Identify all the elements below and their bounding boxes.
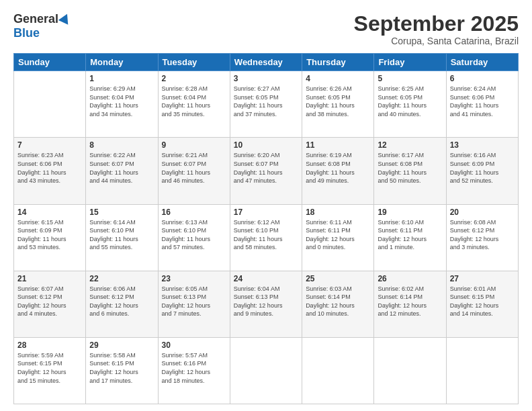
day-info: Sunrise: 6:25 AM Sunset: 6:05 PM Dayligh… (378, 85, 442, 118)
day-number: 13 (450, 140, 515, 150)
calendar-cell: 17Sunrise: 6:12 AM Sunset: 6:10 PM Dayli… (230, 204, 302, 271)
weekday-header-friday: Friday (374, 54, 446, 71)
weekday-header-wednesday: Wednesday (230, 54, 302, 71)
logo-icon (58, 11, 72, 24)
day-number: 25 (306, 274, 370, 283)
day-number: 24 (234, 274, 298, 283)
day-info: Sunrise: 6:27 AM Sunset: 6:05 PM Dayligh… (234, 85, 298, 118)
calendar-cell (14, 71, 86, 138)
day-number: 23 (162, 274, 226, 283)
day-info: Sunrise: 6:17 AM Sunset: 6:08 PM Dayligh… (378, 151, 442, 185)
calendar-cell: 12Sunrise: 6:17 AM Sunset: 6:08 PM Dayli… (374, 138, 446, 204)
calendar-cell: 15Sunrise: 6:14 AM Sunset: 6:10 PM Dayli… (86, 204, 158, 271)
calendar-cell: 13Sunrise: 6:16 AM Sunset: 6:09 PM Dayli… (446, 138, 518, 204)
day-info: Sunrise: 6:15 AM Sunset: 6:09 PM Dayligh… (17, 218, 82, 252)
day-number: 30 (162, 340, 226, 350)
day-number: 7 (17, 140, 82, 150)
calendar-cell (230, 337, 302, 404)
weekday-header-monday: Monday (86, 54, 158, 71)
day-number: 9 (162, 140, 226, 150)
calendar-cell: 23Sunrise: 6:05 AM Sunset: 6:13 PM Dayli… (158, 271, 230, 337)
day-number: 12 (378, 140, 442, 150)
header: General Blue September 2025 Corupa, Sant… (13, 12, 519, 46)
calendar-cell: 18Sunrise: 6:11 AM Sunset: 6:11 PM Dayli… (302, 204, 374, 271)
week-row-3: 14Sunrise: 6:15 AM Sunset: 6:09 PM Dayli… (14, 204, 519, 271)
logo-general-text: General (13, 12, 58, 26)
month-title: September 2025 (354, 12, 519, 36)
calendar-cell: 7Sunrise: 6:23 AM Sunset: 6:06 PM Daylig… (14, 138, 86, 204)
weekday-header-saturday: Saturday (446, 54, 518, 71)
calendar-cell: 3Sunrise: 6:27 AM Sunset: 6:05 PM Daylig… (230, 71, 302, 138)
week-row-4: 21Sunrise: 6:07 AM Sunset: 6:12 PM Dayli… (14, 271, 519, 337)
day-number: 18 (306, 208, 370, 217)
day-number: 19 (378, 208, 442, 217)
weekday-header-row: SundayMondayTuesdayWednesdayThursdayFrid… (14, 54, 519, 71)
calendar-cell: 19Sunrise: 6:10 AM Sunset: 6:11 PM Dayli… (374, 204, 446, 271)
calendar-cell: 11Sunrise: 6:19 AM Sunset: 6:08 PM Dayli… (302, 138, 374, 204)
logo: General Blue (13, 12, 71, 40)
day-number: 6 (450, 74, 515, 83)
week-row-1: 1Sunrise: 6:29 AM Sunset: 6:04 PM Daylig… (14, 71, 519, 138)
page: General Blue September 2025 Corupa, Sant… (0, 0, 532, 411)
week-row-2: 7Sunrise: 6:23 AM Sunset: 6:06 PM Daylig… (14, 138, 519, 204)
day-info: Sunrise: 6:11 AM Sunset: 6:11 PM Dayligh… (306, 218, 370, 252)
day-info: Sunrise: 6:20 AM Sunset: 6:07 PM Dayligh… (234, 151, 298, 185)
calendar-cell: 8Sunrise: 6:22 AM Sunset: 6:07 PM Daylig… (86, 138, 158, 204)
logo-blue-text: Blue (13, 26, 40, 40)
day-info: Sunrise: 6:02 AM Sunset: 6:14 PM Dayligh… (378, 285, 442, 318)
day-info: Sunrise: 6:22 AM Sunset: 6:07 PM Dayligh… (89, 151, 154, 185)
day-info: Sunrise: 6:13 AM Sunset: 6:10 PM Dayligh… (162, 218, 226, 252)
day-info: Sunrise: 6:08 AM Sunset: 6:12 PM Dayligh… (450, 218, 515, 252)
day-info: Sunrise: 6:29 AM Sunset: 6:04 PM Dayligh… (89, 85, 154, 118)
calendar-cell: 26Sunrise: 6:02 AM Sunset: 6:14 PM Dayli… (374, 271, 446, 337)
day-info: Sunrise: 6:28 AM Sunset: 6:04 PM Dayligh… (162, 85, 226, 118)
day-number: 29 (89, 340, 154, 350)
weekday-header-sunday: Sunday (14, 54, 86, 71)
calendar-cell: 20Sunrise: 6:08 AM Sunset: 6:12 PM Dayli… (446, 204, 518, 271)
calendar-cell (302, 337, 374, 404)
calendar-cell: 4Sunrise: 6:26 AM Sunset: 6:05 PM Daylig… (302, 71, 374, 138)
day-number: 15 (89, 208, 154, 217)
day-number: 17 (234, 208, 298, 217)
week-row-5: 28Sunrise: 5:59 AM Sunset: 6:15 PM Dayli… (14, 337, 519, 404)
location: Corupa, Santa Catarina, Brazil (354, 36, 519, 46)
day-info: Sunrise: 6:01 AM Sunset: 6:15 PM Dayligh… (450, 285, 515, 318)
day-info: Sunrise: 6:03 AM Sunset: 6:14 PM Dayligh… (306, 285, 370, 318)
day-info: Sunrise: 6:26 AM Sunset: 6:05 PM Dayligh… (306, 85, 370, 118)
calendar-cell (446, 337, 518, 404)
calendar-table: SundayMondayTuesdayWednesdayThursdayFrid… (13, 53, 519, 404)
weekday-header-thursday: Thursday (302, 54, 374, 71)
calendar-cell: 16Sunrise: 6:13 AM Sunset: 6:10 PM Dayli… (158, 204, 230, 271)
day-info: Sunrise: 5:58 AM Sunset: 6:15 PM Dayligh… (89, 351, 154, 385)
calendar-cell: 22Sunrise: 6:06 AM Sunset: 6:12 PM Dayli… (86, 271, 158, 337)
day-info: Sunrise: 5:59 AM Sunset: 6:15 PM Dayligh… (17, 351, 82, 385)
calendar-cell: 25Sunrise: 6:03 AM Sunset: 6:14 PM Dayli… (302, 271, 374, 337)
calendar-cell: 24Sunrise: 6:04 AM Sunset: 6:13 PM Dayli… (230, 271, 302, 337)
day-number: 28 (17, 340, 82, 350)
day-number: 8 (89, 140, 154, 150)
day-number: 4 (306, 74, 370, 83)
day-number: 16 (162, 208, 226, 217)
day-info: Sunrise: 6:05 AM Sunset: 6:13 PM Dayligh… (162, 285, 226, 318)
day-info: Sunrise: 6:16 AM Sunset: 6:09 PM Dayligh… (450, 151, 515, 185)
day-number: 5 (378, 74, 442, 83)
title-block: September 2025 Corupa, Santa Catarina, B… (354, 12, 519, 46)
day-number: 14 (17, 208, 82, 217)
day-info: Sunrise: 6:07 AM Sunset: 6:12 PM Dayligh… (17, 285, 82, 318)
day-number: 11 (306, 140, 370, 150)
calendar-cell: 6Sunrise: 6:24 AM Sunset: 6:06 PM Daylig… (446, 71, 518, 138)
day-info: Sunrise: 6:04 AM Sunset: 6:13 PM Dayligh… (234, 285, 298, 318)
day-info: Sunrise: 6:10 AM Sunset: 6:11 PM Dayligh… (378, 218, 442, 252)
day-number: 27 (450, 274, 515, 283)
calendar-cell (374, 337, 446, 404)
day-info: Sunrise: 6:24 AM Sunset: 6:06 PM Dayligh… (450, 85, 515, 118)
calendar-cell: 1Sunrise: 6:29 AM Sunset: 6:04 PM Daylig… (86, 71, 158, 138)
day-number: 3 (234, 74, 298, 83)
calendar-cell: 27Sunrise: 6:01 AM Sunset: 6:15 PM Dayli… (446, 271, 518, 337)
day-info: Sunrise: 6:14 AM Sunset: 6:10 PM Dayligh… (89, 218, 154, 252)
day-number: 21 (17, 274, 82, 283)
calendar-cell: 30Sunrise: 5:57 AM Sunset: 6:16 PM Dayli… (158, 337, 230, 404)
calendar-cell: 21Sunrise: 6:07 AM Sunset: 6:12 PM Dayli… (14, 271, 86, 337)
calendar-cell: 14Sunrise: 6:15 AM Sunset: 6:09 PM Dayli… (14, 204, 86, 271)
calendar-cell: 9Sunrise: 6:21 AM Sunset: 6:07 PM Daylig… (158, 138, 230, 204)
